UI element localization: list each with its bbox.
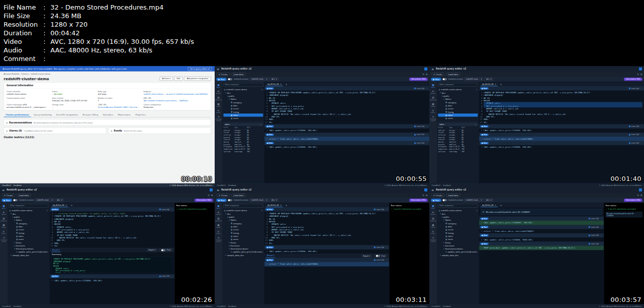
create-button[interactable]: +Create [431,73,444,76]
dots-icon[interactable]: ⋮ [260,124,262,126]
menu-icon[interactable]: ≡ [217,188,219,192]
run-cell-button[interactable]: ▶Run [480,226,488,228]
rail-charts[interactable]: ▦Charts [0,224,8,228]
filter-resources-input[interactable]: Filter resources [223,83,263,87]
notebook-tab[interactable]: sp_demo_nb× [51,203,69,207]
menu-icon[interactable]: ≡ [217,67,219,71]
tree-table-users[interactable]: ▦users [223,117,263,120]
isolated-session-toggle[interactable] [442,199,447,201]
add-tab-icon[interactable]: + [285,203,288,207]
close-icon[interactable]: × [280,204,282,206]
tab-zero-etl[interactable]: Zero-ETL integrations [54,112,80,117]
rail-history[interactable]: ↻History [429,230,437,234]
run-cell-button[interactable]: ▶Run [480,142,488,144]
feedback-link[interactable]: Feedback [14,305,22,307]
dots-icon[interactable]: ⋮ [640,87,642,90]
limit-100-checkbox[interactable]: Limit 100 [414,134,424,136]
feedback-link[interactable]: Feedback [228,184,236,187]
run-cell-button[interactable]: ▶Run [266,134,274,136]
thumbnail-2[interactable]: ≡Redshift query editor v2 +Create Load d… [215,66,429,187]
notifications-icon[interactable] [424,67,427,70]
sql-cell[interactable]: 1select * from sales where salesid=12345… [265,262,390,267]
refresh-icon[interactable]: ↻ [637,73,639,76]
thumbnail-4[interactable]: ≡Redshift query editor v2 +Create Load d… [0,187,215,308]
rail-history[interactable]: ↻History [215,109,222,113]
limit-100-checkbox[interactable]: Limit 100 [374,259,384,261]
gear-icon[interactable]: ⚙ [426,73,428,76]
limit-100-checkbox[interactable]: Limit 100 [629,142,639,144]
tab-query-monitoring[interactable]: Query monitoring [32,112,53,117]
rail-scheduled[interactable]: ◷Scheduled queries [429,115,437,121]
database-select[interactable]: dev▾ [485,78,493,81]
rail-scheduled[interactable]: ◷Scheduled queries [215,115,222,121]
run-cell-button[interactable]: ▶Run [266,208,274,210]
chart-toggle[interactable]: Chart [159,249,173,252]
rail-charts[interactable]: ▦Charts [429,224,437,228]
refresh-icon[interactable]: ↻ [261,89,263,91]
cloudshell-link[interactable]: CloudShell [217,305,226,307]
load-data-button[interactable]: Load data [446,194,461,197]
filter-resources-input[interactable]: Filter resources [223,204,263,208]
rail-notebooks[interactable]: ▤Notebooks [429,217,437,222]
run-cell-button[interactable]: ▶Run [480,234,488,236]
run-cell-button[interactable]: ▶Run [266,87,274,89]
close-icon[interactable]: × [495,83,496,85]
limit-100-checkbox[interactable]: Limit 100 [629,87,639,89]
sql-cell[interactable]: 1CALL update_sales_price(123456, 100.00)… [479,128,644,133]
rail-editor[interactable]: ▣Editor [0,205,8,209]
chevron-right-icon[interactable]: ▸ [7,130,8,132]
menu-icon[interactable]: ≡ [431,188,434,192]
run-cell-button[interactable]: ▶Run [266,259,274,261]
sql-cell[interactable]: 1CALL update_sales_price(123456, 100.00)… [265,145,429,150]
add-partner-integration-button[interactable]: Add partner integration [184,77,211,81]
sql-cell[interactable]: 1CALL update_sales_price(1234567, 100.00… [479,221,604,225]
rail-queries[interactable]: ≡Queries [429,90,437,94]
rail-charts[interactable]: ▦Charts [429,103,437,107]
run-button[interactable]: ▶Run [2,199,12,202]
rail-scheduled[interactable]: ◷Scheduled queries [215,236,222,242]
feedback-link[interactable]: Feedback [443,305,451,307]
rail-charts[interactable]: ▦Charts [215,103,222,107]
chevron-right-icon[interactable]: ▸ [7,121,8,124]
limit-100-checkbox[interactable]: Limit 100 [414,87,424,89]
go-to-editor-button[interactable]: Go to query editor v2 [188,67,212,70]
rail-notebooks[interactable]: ▤Notebooks [429,96,437,101]
sql-cell[interactable]: 1DROP procedure update_sales_price(s_sal… [479,246,604,251]
tab-properties[interactable]: Properties [134,112,148,117]
notifications-icon[interactable] [424,188,427,191]
limit-100-checkbox[interactable]: Limit 100 [159,208,169,210]
rail-scheduled[interactable]: ◷Scheduled queries [429,236,437,242]
rail-editor[interactable]: ▣Editor [429,84,437,88]
database-select[interactable]: dev▾ [270,199,279,202]
rail-notebooks[interactable]: ▤Notebooks [215,96,222,101]
isolated-session-toggle[interactable] [13,199,18,201]
tree-sample-data-dev[interactable]: ▸sample_data_dev [223,254,263,257]
refresh-icon[interactable]: ↻ [422,194,424,197]
run-cell-button[interactable]: ▶Run [480,242,488,244]
rail-charts[interactable]: ▦Charts [215,224,222,228]
rail-editor[interactable]: ▣Editor [215,84,222,88]
limit-100-checkbox[interactable]: Limit 100 [589,243,599,245]
sql-cell[interactable]: 1 2 3 4 5 6 7 8 9 10 11 12CREATE OR REPL… [265,211,390,245]
refresh-icon[interactable]: ↻ [422,73,424,76]
run-button[interactable]: ▶Run [216,199,226,202]
run-cell-button[interactable]: ▶Run [480,217,488,219]
dots-icon[interactable]: ⋮ [171,275,173,278]
refresh-icon[interactable]: ↻ [476,210,477,212]
load-data-button[interactable]: Load data [446,73,461,76]
rail-history[interactable]: ↻History [215,230,222,234]
add-tab-icon[interactable]: + [499,203,503,207]
run-cell-button[interactable]: ▶Run [266,246,274,248]
notifications-icon[interactable] [210,188,213,191]
run-cell-button[interactable]: ▶Run [480,125,488,127]
thumbnail-1[interactable]: Amazon Redshift query editor v2 is now a… [0,66,215,187]
edit-button[interactable]: Edit [174,77,183,81]
gear-icon[interactable]: ⚙ [640,194,642,197]
dots-icon[interactable]: ⋮ [475,124,477,126]
create-button[interactable]: +Create [216,73,230,76]
rail-editor[interactable]: ▣Editor [429,205,437,209]
cloudshell-link[interactable]: CloudShell [217,184,226,187]
notebook-tab[interactable]: sp_demo_nb× [481,82,498,86]
generative-sql-button[interactable]: Generative SQL [409,199,428,202]
sql-cell[interactable]: 1select * from sales where salesid=12345… [479,137,644,141]
